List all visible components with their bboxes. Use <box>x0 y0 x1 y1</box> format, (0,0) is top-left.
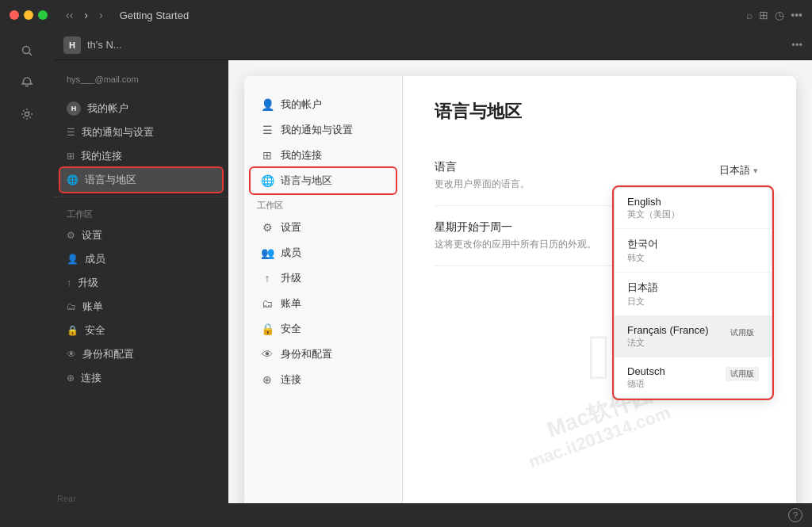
search-icon[interactable]: ⌕ <box>746 9 753 21</box>
nav-my-notifications[interactable]: ☰ 我的通知与设置 <box>54 120 228 144</box>
settings-notifications-label: 我的通知与设置 <box>281 123 353 137</box>
settings-nav-billing[interactable]: 🗂 账单 <box>244 291 402 316</box>
my-account-label: 我的帐户 <box>87 101 128 116</box>
main-layout: H th's N... ••• hys___@mail.com H 我的帐户 ☰… <box>0 30 812 527</box>
sidebar <box>0 30 54 527</box>
lang-option-german[interactable]: Deutsch 德语 试用版 <box>615 357 772 398</box>
titlebar-title: Getting Started <box>120 10 189 21</box>
upgrade-icon: ↑ <box>260 272 274 285</box>
svg-point-0 <box>23 47 30 54</box>
toolbar-more-btn[interactable]: ••• <box>791 39 802 51</box>
connect-icon: ⊕ <box>260 373 274 386</box>
nav-my-connections[interactable]: ⊞ 我的连接 <box>54 144 228 168</box>
billing-label: 账单 <box>82 300 103 314</box>
watermark-line2: mac.it201314.com <box>526 403 673 473</box>
svg-point-2 <box>25 113 29 116</box>
nav-identity[interactable]: 👁 身份和配置 <box>54 342 228 366</box>
user-email: hys___@mail.com <box>67 74 216 84</box>
clock-icon[interactable]: ◷ <box>775 9 784 21</box>
settings-nav-connect[interactable]: ⊕ 连接 <box>244 367 402 392</box>
settings-nav-account[interactable]: 👤 我的帐户 <box>244 92 402 117</box>
nav-members[interactable]: 👤 成员 <box>54 247 228 271</box>
close-button[interactable] <box>10 10 19 20</box>
settings-nav-language[interactable]: 🌐 语言与地区 <box>251 168 396 193</box>
lang-native-korean: 韩文 <box>627 252 759 264</box>
settings-upgrade-label: 升级 <box>281 271 301 285</box>
language-dropdown-button[interactable]: 日本語 <box>713 160 764 181</box>
sidebar-search-icon[interactable] <box>11 36 43 65</box>
nav-language-region[interactable]: 🌐 语言与地区 <box>60 168 222 192</box>
lang-option-french[interactable]: Français (France) 法文 试用版 <box>615 316 772 357</box>
lang-name-japanese: 日本語 <box>627 281 759 295</box>
settings-connections-label: 我的连接 <box>281 148 322 162</box>
settings-billing-label: 账单 <box>281 296 301 311</box>
french-trial-badge: 试用版 <box>726 326 759 340</box>
app-toolbar-right: ••• <box>791 39 802 51</box>
forward-nav-button[interactable]: › <box>80 7 92 23</box>
app-title: th's N... <box>87 39 122 51</box>
settings-nav-security[interactable]: 🔒 安全 <box>244 316 402 342</box>
titlebar-right: ⌕ ⊞ ◷ ••• <box>746 9 802 21</box>
language-icon: 🌐 <box>260 174 274 187</box>
lang-name-french: Français (France) <box>627 324 709 336</box>
lang-name-english: English <box>627 196 759 208</box>
nav-upgrade[interactable]: ↑ 升级 <box>54 271 228 295</box>
notifications-icon: ☰ <box>260 124 274 136</box>
settings-page-title: 语言与地区 <box>435 100 764 124</box>
my-connections-label: 我的连接 <box>81 149 122 163</box>
connections-icon-small: ⊞ <box>260 149 274 162</box>
settings-content: 语言与地区 语言 更改用户界面的语言。 日本語 <box>403 76 796 511</box>
german-trial-badge: 试用版 <box>726 367 759 381</box>
language-row-title: 语言 <box>435 160 713 174</box>
settings-nav-notifications[interactable]: ☰ 我的通知与设置 <box>244 117 402 143</box>
app-avatar[interactable]: H <box>63 36 81 54</box>
sidebar-settings-icon[interactable] <box>11 100 43 128</box>
back-nav-button[interactable]: ‹‹ <box>62 7 77 23</box>
layout-icon[interactable]: ⊞ <box>759 9 768 21</box>
settings-nav-settings[interactable]: ⚙ 设置 <box>244 215 402 240</box>
lang-name-german: Deutsch <box>627 365 665 377</box>
settings-members-label: 成员 <box>281 246 301 260</box>
identity-label: 身份和配置 <box>82 347 134 361</box>
more-icon[interactable]: ••• <box>791 9 802 21</box>
lang-option-english[interactable]: English 英文（美国） <box>615 188 772 229</box>
language-dropdown-popup: English 英文（美国） 한국어 韩文 日本語 日文 <box>614 187 772 399</box>
lang-native-french: 法文 <box>627 337 709 349</box>
minimize-button[interactable] <box>24 10 33 20</box>
settings-nav-upgrade[interactable]: ↑ 升级 <box>244 265 402 291</box>
settings-nav-connections[interactable]: ⊞ 我的连接 <box>244 143 402 168</box>
settings-modal: 👤 我的帐户 ☰ 我的通知与设置 ⊞ 我的连接 🌐 <box>244 76 796 511</box>
nav-my-account[interactable]: H 我的帐户 <box>54 97 228 120</box>
maximize-button[interactable] <box>38 10 48 20</box>
members-label: 成员 <box>85 252 105 266</box>
left-panel: hys___@mail.com H 我的帐户 ☰ 我的通知与设置 ⊞ 我的连接 … <box>54 60 228 527</box>
nav-connections[interactable]: ⊕ 连接 <box>54 366 228 390</box>
language-row-control: 日本語 <box>713 160 764 181</box>
my-notifications-label: 我的通知与设置 <box>82 125 154 139</box>
settings-label: 设置 <box>82 228 102 242</box>
identity-icon: 👁 <box>260 348 274 361</box>
nav-settings[interactable]: ⚙ 设置 <box>54 223 228 247</box>
lang-name-korean: 한국어 <box>627 237 759 251</box>
lang-option-korean[interactable]: 한국어 韩文 <box>615 229 772 273</box>
lang-option-japanese[interactable]: 日本語 日文 <box>615 273 772 316</box>
lang-native-english: 英文（美国） <box>627 208 759 220</box>
settings-nav-identity[interactable]: 👁 身份和配置 <box>244 342 402 367</box>
panels: hys___@mail.com H 我的帐户 ☰ 我的通知与设置 ⊞ 我的连接 … <box>54 60 812 527</box>
workspace-section-label: 工作区 <box>54 202 228 223</box>
gear-icon: ⚙ <box>260 221 274 234</box>
lock-icon: 🔒 <box>260 323 274 335</box>
sidebar-notifications-icon[interactable] <box>11 68 43 97</box>
user-section: hys___@mail.com <box>54 68 228 97</box>
settings-security-label: 安全 <box>281 322 301 336</box>
settings-identity-label: 身份和配置 <box>281 347 332 361</box>
help-button[interactable]: ? <box>788 508 802 522</box>
settings-nav-members[interactable]: 👥 成员 <box>244 240 402 265</box>
nav-security[interactable]: 🔒 安全 <box>54 319 228 342</box>
divider1 <box>54 197 228 197</box>
settings-nav: 👤 我的帐户 ☰ 我的通知与设置 ⊞ 我的连接 🌐 <box>244 76 403 511</box>
nav-billing[interactable]: 🗂 账单 <box>54 295 228 319</box>
connections-label: 连接 <box>81 371 102 385</box>
main-content: 👤 我的帐户 ☰ 我的通知与设置 ⊞ 我的连接 🌐 <box>228 60 812 527</box>
content-area: H th's N... ••• hys___@mail.com H 我的帐户 ☰… <box>54 30 812 527</box>
